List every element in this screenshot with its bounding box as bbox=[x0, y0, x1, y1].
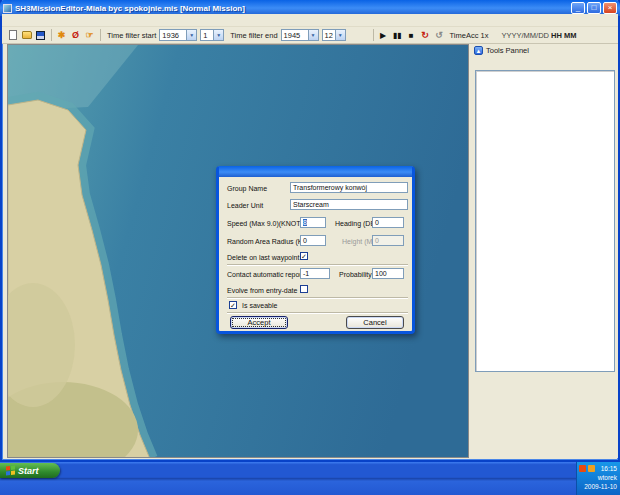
time-compress-icon[interactable]: ↻ bbox=[419, 29, 432, 41]
group-name-field[interactable]: Transformerowy konwój bbox=[290, 182, 408, 193]
group-properties-dialog[interactable]: Group Name Transformerowy konwój Leader … bbox=[216, 166, 415, 334]
speed-label: Speed (Max 9.0)(KNOTS) bbox=[227, 220, 308, 227]
tools-panel-tabs bbox=[472, 56, 618, 70]
collapse-panel-icon[interactable]: ▲ bbox=[474, 46, 483, 55]
open-folder-icon bbox=[22, 31, 32, 39]
windows-flag-icon bbox=[6, 466, 15, 476]
mission-check-icon[interactable]: ✱ bbox=[55, 29, 68, 41]
accept-button[interactable]: Accept bbox=[230, 316, 288, 329]
height-field: 0 bbox=[372, 235, 404, 246]
maximize-button[interactable]: □ bbox=[587, 2, 601, 14]
time-filter-start-label: Time filter start bbox=[107, 31, 156, 40]
explorer-tree[interactable] bbox=[475, 70, 615, 372]
open-file-button[interactable] bbox=[20, 29, 33, 41]
window-title: SH3MissionEditor-Miala byc spokojnie.mis… bbox=[15, 4, 569, 13]
gg-tray-icon[interactable] bbox=[588, 465, 595, 472]
minimize-button[interactable]: _ bbox=[571, 2, 585, 14]
time-filter-end-label: Time filter end bbox=[230, 31, 277, 40]
radius-label: Random Area Radius (KM) bbox=[227, 238, 311, 245]
datetime-display: YYYY/MM/DD HH MM bbox=[501, 31, 576, 40]
end-month-select[interactable]: 12▼ bbox=[322, 29, 346, 41]
leader-unit-field[interactable]: Starscream bbox=[290, 199, 408, 210]
evolve-checkbox[interactable] bbox=[300, 285, 308, 293]
start-label: Start bbox=[18, 466, 39, 476]
chevron-down-icon[interactable]: ▼ bbox=[335, 30, 345, 40]
stop-button[interactable]: ■ bbox=[405, 29, 418, 41]
tools-panel-title: Tools Pannel bbox=[486, 46, 529, 55]
menu-bar bbox=[2, 14, 618, 27]
close-button[interactable]: × bbox=[603, 2, 617, 14]
height-label: Height (M) bbox=[342, 238, 375, 245]
divider bbox=[227, 297, 408, 299]
saveable-checkbox[interactable]: ✓ bbox=[229, 301, 237, 309]
radius-field[interactable]: 0 bbox=[300, 235, 326, 246]
time-normal-icon[interactable]: ↺ bbox=[433, 29, 446, 41]
toolbar-separator bbox=[373, 29, 374, 41]
start-month-select[interactable]: 1▼ bbox=[200, 29, 224, 41]
chevron-down-icon[interactable]: ▼ bbox=[186, 30, 196, 40]
contact-report-field[interactable]: -1 bbox=[300, 268, 330, 279]
clock-date: 2009-11-10 bbox=[577, 482, 617, 491]
cancel-button[interactable]: Cancel bbox=[346, 316, 404, 329]
start-year-select[interactable]: 1936▼ bbox=[159, 29, 197, 41]
divider bbox=[227, 312, 408, 314]
toolbar-separator bbox=[51, 29, 52, 41]
timeacc-label: TimeAcc 1x bbox=[450, 31, 489, 40]
toolbar: ✱ Ø ☞ Time filter start 1936▼ 1▼ Time fi… bbox=[2, 27, 618, 44]
tools-panel: ▲ Tools Pannel bbox=[472, 44, 618, 458]
end-year-select[interactable]: 1945▼ bbox=[281, 29, 319, 41]
heading-field[interactable]: 0 bbox=[372, 217, 404, 228]
group-name-label: Group Name bbox=[227, 185, 267, 192]
tools-panel-header: ▲ Tools Pannel bbox=[472, 44, 618, 56]
dialog-body: Group Name Transformerowy konwój Leader … bbox=[219, 177, 412, 330]
probability-field[interactable]: 100 bbox=[372, 268, 404, 279]
dialog-title-bar[interactable] bbox=[219, 166, 412, 177]
app-window: SH3MissionEditor-Miala byc spokojnie.mis… bbox=[0, 0, 620, 462]
new-file-icon bbox=[9, 30, 17, 40]
chevron-down-icon[interactable]: ▼ bbox=[308, 30, 318, 40]
clock-day: wtorek bbox=[577, 473, 617, 482]
delete-waypoint-checkbox[interactable]: ✓ bbox=[300, 252, 308, 260]
system-tray bbox=[518, 464, 576, 493]
validate-icon[interactable]: Ø bbox=[69, 29, 82, 41]
saveable-label: Is saveable bbox=[242, 302, 277, 309]
divider bbox=[227, 264, 408, 266]
speed-field[interactable]: 8 bbox=[300, 217, 326, 228]
toolbar-separator bbox=[100, 29, 101, 41]
app-icon bbox=[3, 4, 12, 13]
new-file-button[interactable] bbox=[6, 29, 19, 41]
pause-button[interactable]: ▮▮ bbox=[391, 29, 404, 41]
start-button[interactable]: Start bbox=[0, 463, 60, 478]
delete-waypoint-label: Delete on last waypoint bbox=[227, 254, 299, 261]
gg-tray-icon[interactable] bbox=[579, 465, 586, 472]
evolve-label: Evolve from entry-date bbox=[227, 287, 297, 294]
taskbar: Start 16:15 wtorek 2009-11-10 bbox=[0, 462, 620, 495]
pan-hand-icon[interactable]: ☞ bbox=[83, 29, 96, 41]
save-floppy-icon bbox=[36, 31, 45, 40]
leader-unit-label: Leader Unit bbox=[227, 202, 263, 209]
chevron-down-icon[interactable]: ▼ bbox=[213, 30, 223, 40]
save-file-button[interactable] bbox=[34, 29, 47, 41]
play-button[interactable]: ▶ bbox=[377, 29, 390, 41]
taskbar-clock: 16:15 wtorek 2009-11-10 bbox=[576, 462, 620, 495]
